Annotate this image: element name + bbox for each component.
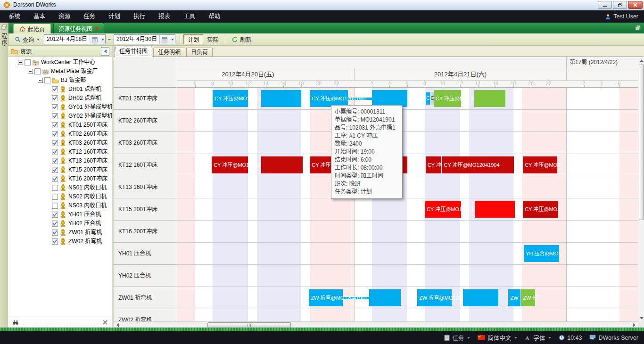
task-bar[interactable] xyxy=(463,289,498,306)
checkbox[interactable] xyxy=(44,77,50,83)
view-tab-2[interactable]: 任务明细 xyxy=(153,48,185,57)
menu-item-基本[interactable]: 基本 xyxy=(27,10,52,23)
tree-item[interactable]: DH02 点焊机 xyxy=(8,94,112,103)
tree-item[interactable]: YH02 压合机 xyxy=(8,219,112,228)
horizontal-scrollbar[interactable] xyxy=(114,321,638,328)
calendar-icon[interactable] xyxy=(159,35,169,44)
menu-item-计划[interactable]: 计划 xyxy=(102,10,127,23)
checkbox[interactable] xyxy=(52,238,58,245)
checkbox[interactable] xyxy=(52,113,58,119)
status-tasks[interactable]: 任务 xyxy=(444,333,470,342)
minimize-button[interactable] xyxy=(598,1,612,9)
menu-item-工具[interactable]: 工具 xyxy=(177,10,202,23)
window-list-icon[interactable] xyxy=(635,25,641,31)
plan-toggle-button[interactable]: 计划 xyxy=(183,34,203,44)
checkbox[interactable] xyxy=(34,68,41,74)
checkbox[interactable] xyxy=(52,176,58,182)
date-to-picker[interactable]: 2012年 4月30日 xyxy=(114,34,175,44)
vertical-scroll-thumb[interactable] xyxy=(639,65,644,220)
checkbox[interactable] xyxy=(52,131,58,137)
calendar-icon[interactable] xyxy=(90,35,99,44)
checkbox[interactable] xyxy=(52,212,58,218)
task-bar[interactable]: CY 冲压@MO12041904 xyxy=(442,156,514,173)
expander-minus-icon[interactable] xyxy=(28,69,33,74)
task-bar[interactable]: CY 冲压@MO12041901 xyxy=(310,90,348,107)
status-server[interactable]: DWorks Server xyxy=(589,335,638,341)
tree-item[interactable]: NS03 内收口机 xyxy=(8,201,112,210)
actual-toggle-button[interactable]: 实际 xyxy=(203,35,222,44)
refresh-button[interactable]: 刷新 xyxy=(229,34,254,44)
tree-item[interactable]: ZW02 折弯机 xyxy=(8,237,112,246)
menu-item-资源[interactable]: 资源 xyxy=(52,10,77,23)
checkbox[interactable] xyxy=(52,86,58,92)
task-bar[interactable] xyxy=(474,90,505,107)
checkbox[interactable] xyxy=(52,95,58,101)
checkbox[interactable] xyxy=(52,149,58,155)
chevron-down-icon[interactable] xyxy=(169,35,175,44)
tree-item[interactable]: KT12 160T冲床 xyxy=(8,147,112,156)
user-badge[interactable]: Test User xyxy=(605,10,638,23)
tree-item[interactable]: BJ 钣金部 xyxy=(8,76,112,85)
maximize-button[interactable] xyxy=(613,1,627,9)
checkbox[interactable] xyxy=(52,140,58,146)
tree-item[interactable]: WorkCenter 工作中心 xyxy=(8,58,112,67)
tab-close-icon[interactable] xyxy=(95,26,99,31)
task-bar[interactable]: ZW xyxy=(508,289,520,306)
tree-item[interactable]: KT01 250T冲床 xyxy=(8,121,112,130)
checkbox[interactable] xyxy=(52,221,58,227)
close-button[interactable] xyxy=(628,1,643,9)
task-bar[interactable] xyxy=(261,90,301,107)
binoculars-icon[interactable] xyxy=(12,319,19,326)
tab-resource-task-view[interactable]: 资源任务视图 xyxy=(53,23,104,33)
task-bar[interactable]: CY 冲压@MO1 xyxy=(523,156,557,173)
scroll-up-button[interactable] xyxy=(638,57,644,64)
tree-item[interactable]: DH01 点焊机 xyxy=(8,85,112,94)
task-bar[interactable]: CY 冲压@MO12041903 xyxy=(425,201,461,218)
checkbox[interactable] xyxy=(52,104,58,110)
view-tab-3[interactable]: 日负荷 xyxy=(186,48,213,57)
task-bar[interactable]: CY 冲 xyxy=(426,156,441,173)
date-from-picker[interactable]: 2012年 4月18日 xyxy=(44,34,106,44)
task-bar[interactable]: ZW 折弯@MO12041901 xyxy=(417,289,452,306)
task-bar[interactable]: CY 冲压@MO12041901 xyxy=(213,90,248,107)
checkbox[interactable] xyxy=(25,59,31,66)
tree-item[interactable]: GY02 外桶成型机 xyxy=(8,112,112,121)
tab-start-page[interactable]: 起始页 xyxy=(13,24,51,33)
menu-item-系统[interactable]: 系统 xyxy=(2,10,27,23)
collapse-panel-button[interactable] xyxy=(101,47,109,56)
menu-item-执行[interactable]: 执行 xyxy=(127,10,152,23)
task-bar[interactable] xyxy=(372,90,407,107)
menu-item-帮助[interactable]: 帮助 xyxy=(202,10,227,23)
task-bar[interactable]: ZW 折弯@MO12041901 xyxy=(309,289,342,306)
checkbox[interactable] xyxy=(52,158,58,164)
tree-item[interactable]: KT03 260T冲床 xyxy=(8,139,112,147)
view-tab-1[interactable]: 任务甘特图 xyxy=(115,46,152,57)
clear-x-icon[interactable] xyxy=(102,319,108,325)
tree-item[interactable]: KT02 260T冲床 xyxy=(8,130,112,139)
tree-item[interactable]: NS02 内收口机 xyxy=(8,192,112,201)
task-bar[interactable] xyxy=(369,289,401,306)
menu-item-报表[interactable]: 报表 xyxy=(152,10,177,23)
tree-item[interactable]: YH01 压合机 xyxy=(8,210,112,219)
tree-item[interactable]: Metal Plate 钣金厂 xyxy=(8,67,112,76)
task-bar[interactable] xyxy=(475,201,515,218)
task-bar[interactable]: YH 压合@MO1 xyxy=(524,245,559,262)
query-button[interactable]: 查询 xyxy=(12,34,42,44)
tree-item[interactable]: KT13 160T冲床 xyxy=(8,156,112,165)
scroll-down-button[interactable] xyxy=(638,315,644,321)
checkbox[interactable] xyxy=(52,185,58,191)
tree-item[interactable]: KT16 200T冲床 xyxy=(8,174,112,183)
tree-item[interactable]: KT15 200T冲床 xyxy=(8,165,112,174)
checkbox[interactable] xyxy=(52,229,58,236)
expander-minus-icon[interactable] xyxy=(38,78,43,83)
expander-minus-icon[interactable] xyxy=(18,60,23,65)
menu-item-任务[interactable]: 任务 xyxy=(77,10,102,23)
checkbox[interactable] xyxy=(52,203,58,209)
task-bar[interactable]: ZW 折 xyxy=(521,289,535,306)
tree-item[interactable]: NS01 内收口机 xyxy=(8,183,112,192)
task-bar[interactable] xyxy=(261,156,303,173)
checkbox[interactable] xyxy=(52,167,58,173)
checkbox[interactable] xyxy=(52,194,58,200)
stacked-windows-icon[interactable] xyxy=(1,24,8,30)
vertical-scrollbar[interactable] xyxy=(638,57,644,321)
